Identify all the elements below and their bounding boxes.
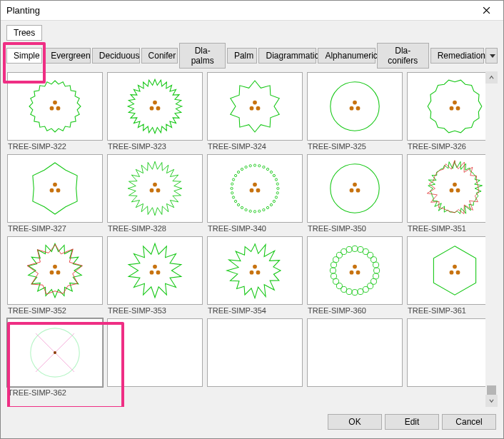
tab-evergreen[interactable]: Evergreen <box>44 48 91 64</box>
scroll-down-button[interactable] <box>485 395 498 407</box>
thumbnail-label: TREE-SIMP-322 <box>6 141 105 151</box>
svg-point-61 <box>453 183 457 187</box>
thumbnail-label: TREE-SIMP-360 <box>306 306 405 316</box>
tab-palm[interactable]: Palm <box>227 48 258 64</box>
svg-point-86 <box>331 262 336 268</box>
thumbnail-TREE-SIMP-353[interactable] <box>107 236 203 305</box>
thumbnail-TREE-SIMP-352[interactable] <box>7 236 103 305</box>
tab-diagrammatic[interactable]: Diagrammatic <box>258 48 316 64</box>
svg-point-69 <box>156 271 161 275</box>
thumbnail-label: TREE-SIMP-351 <box>406 223 498 233</box>
svg-point-99 <box>356 271 361 275</box>
svg-point-0 <box>53 101 57 105</box>
tab-dla-palms[interactable]: Dla-palms <box>179 43 226 69</box>
svg-point-34 <box>237 203 239 206</box>
grid-cell: TREE-SIMP-352 <box>6 236 105 318</box>
svg-point-44 <box>245 166 247 168</box>
thumbnail-TREE-SIMP-361[interactable] <box>407 236 498 305</box>
tab-deciduous[interactable]: Deciduous <box>92 48 140 64</box>
svg-point-95 <box>371 257 376 263</box>
grid-cell: TREE-SIMP-326 <box>406 71 498 153</box>
svg-point-83 <box>333 278 338 284</box>
thumbnail-TREE-SIMP-362[interactable] <box>7 318 103 387</box>
grid-cell <box>106 318 205 400</box>
svg-point-14 <box>450 106 454 111</box>
thumbnail-TREE-SIMP-326[interactable] <box>407 72 498 141</box>
grid-cell: TREE-SIMP-354 <box>206 236 305 318</box>
scroll-up-button[interactable] <box>485 71 498 84</box>
svg-point-89 <box>341 248 347 254</box>
edit-button[interactable]: Edit <box>385 414 439 430</box>
svg-point-46 <box>253 164 256 166</box>
thumbnail-label: TREE-SIMP-340 <box>206 223 305 233</box>
thumbnail-TREE-SIMP-351[interactable] <box>407 154 498 223</box>
thumbnail-label: TREE-SIMP-352 <box>6 306 105 316</box>
thumbnail-label: TREE-SIMP-350 <box>306 223 405 233</box>
thumbnail-label: TREE-SIMP-362 <box>6 388 105 398</box>
svg-point-51 <box>273 174 275 176</box>
cancel-button[interactable]: Cancel <box>442 414 496 430</box>
grid-cell: TREE-SIMP-360 <box>306 236 405 318</box>
tab-simple[interactable]: Simple <box>6 48 42 64</box>
thumbnail-TREE-SIMP-322[interactable] <box>7 72 103 141</box>
thumbnail-label <box>106 388 205 388</box>
thumbnail-TREE-SIMP-340[interactable] <box>207 154 303 223</box>
thumbnail-TREE-SIMP-325[interactable] <box>307 72 403 141</box>
svg-point-60 <box>356 188 361 193</box>
svg-point-49 <box>266 168 268 170</box>
chevron-down-icon <box>489 398 494 403</box>
grid-cell <box>306 318 405 400</box>
tab-alphanumeric[interactable]: Alphanumeric <box>318 48 375 64</box>
grid-cell: TREE-SIMP-340 <box>206 153 305 236</box>
svg-point-43 <box>241 168 243 170</box>
svg-point-72 <box>256 271 261 275</box>
svg-point-84 <box>331 273 336 279</box>
svg-point-47 <box>258 165 261 167</box>
svg-point-92 <box>358 246 363 252</box>
svg-point-4 <box>150 106 154 111</box>
svg-point-32 <box>245 208 247 211</box>
thumbnail-label: TREE-SIMP-361 <box>406 306 498 316</box>
svg-point-41 <box>234 174 236 176</box>
svg-point-25 <box>273 200 275 202</box>
thumbnail-TREE-SIMP-350[interactable] <box>307 154 403 223</box>
thumbnail-label <box>306 388 405 388</box>
svg-point-45 <box>249 165 251 167</box>
svg-point-37 <box>231 192 233 194</box>
svg-point-79 <box>352 290 358 296</box>
thumbnail-label: TREE-SIMP-323 <box>106 141 205 151</box>
svg-point-77 <box>363 286 368 292</box>
svg-point-13 <box>453 101 457 105</box>
svg-point-73 <box>374 268 380 273</box>
svg-point-39 <box>231 183 233 185</box>
thumbnail-TREE-SIMP-354[interactable] <box>207 236 303 305</box>
svg-point-67 <box>153 265 157 269</box>
window-title: Planting <box>6 5 40 16</box>
svg-point-91 <box>352 246 358 251</box>
tab-trees[interactable]: Trees <box>6 25 42 41</box>
thumbnail-label: TREE-SIMP-326 <box>406 141 498 151</box>
tab-conifer[interactable]: Conifer <box>141 48 178 64</box>
svg-point-35 <box>234 200 236 202</box>
thumbnail-TREE-SIMP-328[interactable] <box>107 154 203 223</box>
dialog-footer: OK Edit Cancel <box>6 407 498 433</box>
tab-overflow-dropdown[interactable] <box>485 48 498 64</box>
svg-point-3 <box>153 101 157 105</box>
ok-button[interactable]: OK <box>328 414 382 430</box>
thumbnail-label <box>206 388 305 388</box>
tab-remediation[interactable]: Remediation <box>430 48 485 64</box>
svg-point-85 <box>330 268 336 273</box>
thumbnail-TREE-SIMP-327[interactable] <box>7 154 103 223</box>
svg-point-29 <box>258 210 261 212</box>
close-button[interactable] <box>472 1 500 20</box>
svg-point-30 <box>253 211 256 213</box>
svg-point-38 <box>231 187 233 189</box>
svg-point-21 <box>156 188 161 193</box>
vertical-scrollbar[interactable] <box>485 71 498 407</box>
svg-point-63 <box>456 188 460 193</box>
thumbnail-TREE-SIMP-360[interactable] <box>307 236 403 305</box>
thumbnail-TREE-SIMP-323[interactable] <box>107 72 203 141</box>
thumbnail-TREE-SIMP-324[interactable] <box>207 72 303 141</box>
svg-point-68 <box>150 271 154 275</box>
tab-dla-conifers[interactable]: Dla-conifers <box>377 43 429 69</box>
